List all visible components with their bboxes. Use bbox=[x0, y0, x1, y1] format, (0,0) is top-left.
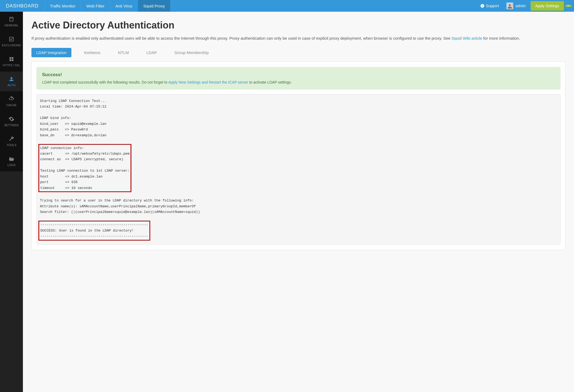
sidebar-label: CACHE bbox=[6, 104, 17, 107]
sidebar-item-auth[interactable]: AUTH bbox=[0, 72, 23, 92]
sidebar-label: TOOLS bbox=[6, 143, 16, 147]
sidebar-label: LOGS bbox=[7, 163, 16, 167]
tab-ntlm[interactable]: NTLM bbox=[113, 48, 134, 57]
brand-logo[interactable]: DASHBOARD bbox=[0, 0, 44, 12]
sidebar-label: GENERAL bbox=[5, 24, 19, 27]
tab-row: LDAP Integration Kerberos NTLM LDAP Grou… bbox=[31, 48, 565, 57]
alert-text: LDAP test completed successfully with th… bbox=[42, 80, 168, 84]
svg-rect-5 bbox=[12, 59, 13, 61]
sidebar-item-https-ssl[interactable]: HTTPS / SSL bbox=[0, 52, 23, 72]
folder-open-icon bbox=[9, 156, 14, 162]
sidebar-item-cache[interactable]: CACHE bbox=[0, 92, 23, 112]
svg-rect-4 bbox=[10, 59, 11, 61]
sidebar: GENERAL EXCLUSIONS HTTPS / SSL AUTH CACH… bbox=[0, 12, 23, 392]
tab-ldap[interactable]: LDAP bbox=[142, 48, 162, 57]
highlight-box-success: ----------------------------------------… bbox=[38, 221, 150, 240]
page-description: If proxy authentication is enabled only … bbox=[31, 35, 565, 42]
sidebar-item-general[interactable]: GENERAL bbox=[0, 12, 23, 32]
topnav-squid-proxy[interactable]: Squid Proxy bbox=[138, 0, 170, 12]
user-icon bbox=[9, 76, 14, 82]
grid-icon bbox=[9, 56, 14, 62]
highlight-box-connection: LDAP connection info: cacert => /opt/web… bbox=[38, 144, 131, 192]
sidebar-item-settings[interactable]: SETTINGS bbox=[0, 112, 23, 131]
sidebar-label: EXCLUSIONS bbox=[2, 44, 21, 47]
topnav-traffic-monitor[interactable]: Traffic Monitor bbox=[44, 0, 81, 12]
sidebar-item-tools[interactable]: TOOLS bbox=[0, 131, 23, 151]
cloud-download-icon bbox=[9, 96, 14, 102]
support-link[interactable]: i Support bbox=[476, 4, 503, 8]
chevron-down-icon bbox=[567, 5, 569, 7]
svg-rect-3 bbox=[12, 57, 13, 59]
alert-success: Success! LDAP test completed successfull… bbox=[36, 67, 560, 89]
console-block: Trying to search for a user in the LDAP … bbox=[40, 199, 200, 214]
sidebar-label: AUTH bbox=[7, 84, 15, 87]
alert-body: LDAP test completed successfully with th… bbox=[42, 80, 555, 84]
user-menu[interactable]: admin bbox=[515, 4, 530, 8]
alert-heading: Success! bbox=[42, 72, 555, 77]
svg-text:i: i bbox=[482, 5, 483, 7]
support-label: Support bbox=[486, 4, 499, 8]
topnav-web-filter[interactable]: Web Filter bbox=[81, 0, 110, 12]
sidebar-item-exclusions[interactable]: EXCLUSIONS bbox=[0, 32, 23, 52]
tab-ldap-integration[interactable]: LDAP Integration bbox=[31, 48, 71, 57]
console-output: Starting LDAP Connection Test... Local t… bbox=[36, 94, 560, 245]
avatar-icon bbox=[506, 2, 513, 9]
apply-settings-dropdown[interactable] bbox=[565, 5, 571, 7]
topnav-anti-virus[interactable]: Anti Virus bbox=[110, 0, 138, 12]
tab-kerberos[interactable]: Kerberos bbox=[79, 48, 105, 57]
squid-wiki-link[interactable]: Squid Wiki article bbox=[451, 36, 482, 40]
desc-text: If proxy authentication is enabled only … bbox=[31, 36, 451, 40]
book-icon bbox=[9, 16, 14, 22]
main-content: Active Directory Authentication If proxy… bbox=[23, 12, 574, 392]
info-icon: i bbox=[481, 4, 484, 8]
top-nav: DASHBOARD Traffic Monitor Web Filter Ant… bbox=[0, 0, 574, 12]
sidebar-label: HTTPS / SSL bbox=[3, 64, 20, 67]
sidebar-item-logs[interactable]: LOGS bbox=[0, 151, 23, 171]
panel: Success! LDAP test completed successfull… bbox=[31, 61, 565, 250]
svg-rect-2 bbox=[10, 57, 11, 59]
apply-settings-button[interactable]: Apply Settings bbox=[531, 1, 564, 11]
sidebar-label: SETTINGS bbox=[4, 123, 19, 127]
page-title: Active Directory Authentication bbox=[31, 20, 565, 31]
tab-group-membership[interactable]: Group Membership bbox=[170, 48, 213, 57]
desc-text: for more information. bbox=[482, 36, 520, 40]
apply-restart-link[interactable]: Apply New Settings and Restart the ICAP … bbox=[168, 80, 248, 84]
gear-icon bbox=[9, 116, 14, 122]
alert-text: to activate LDAP settings. bbox=[248, 80, 292, 84]
console-block: Starting LDAP Connection Test... Local t… bbox=[40, 99, 107, 137]
wrench-icon bbox=[9, 136, 14, 142]
checkbox-icon bbox=[9, 36, 14, 42]
